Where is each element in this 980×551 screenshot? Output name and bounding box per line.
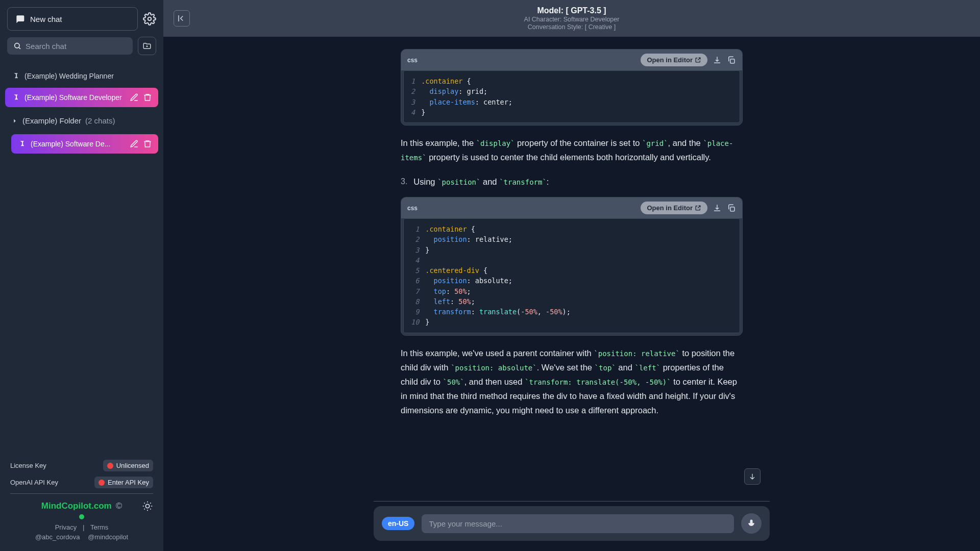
code-content: .container { display: grid; place-items:… bbox=[421, 76, 732, 117]
chat-list: (Example) Wedding Planner (Example) Soft… bbox=[0, 62, 163, 454]
line-numbers: 1234 bbox=[411, 76, 421, 117]
handle-1[interactable]: @abc_cordova bbox=[35, 533, 80, 541]
arrow-down-icon bbox=[748, 472, 756, 481]
language-pill[interactable]: en-US bbox=[382, 517, 414, 530]
code-block-1: css Open in Editor 1234 .container { dis… bbox=[401, 49, 743, 126]
api-badge-text: Enter API Key bbox=[108, 479, 149, 486]
inline-code: `position: relative` bbox=[594, 349, 680, 358]
handles: @abc_cordova @mindcopilot bbox=[10, 533, 153, 541]
new-chat-row: New chat bbox=[7, 7, 156, 31]
code-body[interactable]: 12345678910 .container { position: relat… bbox=[403, 218, 740, 333]
open-editor-button[interactable]: Open in Editor bbox=[641, 54, 707, 66]
inline-code: `50%` bbox=[443, 378, 464, 386]
footer-links: Privacy | Terms bbox=[10, 523, 153, 531]
alert-dot-icon bbox=[99, 480, 105, 486]
content[interactable]: css Open in Editor 1234 .container { dis… bbox=[163, 37, 980, 551]
code-content: .container { position: relative; } .cent… bbox=[425, 224, 732, 328]
inline-code: `grid` bbox=[642, 139, 668, 147]
chat-item-label: (Example) Wedding Planner bbox=[24, 72, 152, 80]
theme-toggle-icon[interactable] bbox=[142, 500, 153, 512]
license-label: License Key bbox=[10, 462, 46, 469]
license-badge[interactable]: Unlicensed bbox=[103, 460, 153, 471]
chat-bubble-icon bbox=[15, 14, 25, 24]
message-input[interactable] bbox=[422, 514, 734, 533]
brand-copy: © bbox=[116, 501, 122, 511]
folder-contents: (Example) Software De... bbox=[5, 134, 158, 154]
alert-dot-icon bbox=[107, 463, 113, 469]
external-link-icon bbox=[695, 57, 701, 63]
mic-button[interactable] bbox=[741, 513, 762, 534]
sidebar-top: New chat bbox=[0, 0, 163, 62]
chevron-right-icon bbox=[11, 117, 18, 124]
download-icon[interactable] bbox=[713, 56, 722, 65]
copy-icon[interactable] bbox=[727, 56, 736, 65]
chat-item-label: (Example) Software De... bbox=[31, 140, 126, 148]
new-folder-button[interactable] bbox=[138, 37, 156, 55]
sep: | bbox=[83, 523, 84, 531]
topbar: Model: [ GPT-3.5 ] AI Character: Softwar… bbox=[163, 0, 980, 37]
sidebar: New chat (Example) Wedding Planner (Exam… bbox=[0, 0, 163, 551]
search-input[interactable] bbox=[26, 42, 127, 51]
pin-icon bbox=[11, 71, 20, 81]
brand-row: MindCopilot.com © bbox=[10, 501, 153, 511]
input-bar: en-US bbox=[374, 506, 770, 541]
inline-code: `position` bbox=[437, 178, 480, 186]
character-label: AI Character: Software Developer bbox=[190, 16, 953, 23]
inline-code: `transform: translate(-50%, -50%)` bbox=[525, 378, 671, 386]
brand-name[interactable]: MindCopilot.com bbox=[41, 501, 112, 511]
inline-code: `left` bbox=[634, 364, 660, 372]
external-link-icon bbox=[695, 205, 701, 211]
open-editor-label: Open in Editor bbox=[647, 56, 693, 64]
svg-point-2 bbox=[145, 504, 149, 508]
code-header: css Open in Editor bbox=[401, 197, 742, 218]
inline-code: `display` bbox=[476, 139, 515, 147]
chat-item-folder-software[interactable]: (Example) Software De... bbox=[11, 134, 158, 154]
search-box[interactable] bbox=[7, 37, 133, 55]
line-numbers: 12345678910 bbox=[411, 224, 425, 328]
collapse-icon bbox=[177, 14, 186, 23]
chat-item-wedding[interactable]: (Example) Wedding Planner bbox=[5, 66, 158, 86]
chat-item-software-active[interactable]: (Example) Software Developer bbox=[5, 88, 158, 107]
inline-code: `position: absolute` bbox=[451, 364, 537, 372]
new-chat-button[interactable]: New chat bbox=[7, 7, 138, 31]
search-row bbox=[7, 37, 156, 55]
svg-point-0 bbox=[148, 17, 152, 21]
code-body[interactable]: 1234 .container { display: grid; place-i… bbox=[403, 70, 740, 123]
edit-icon[interactable] bbox=[130, 93, 139, 102]
folder-item[interactable]: (Example) Folder (2 chats) bbox=[5, 111, 158, 130]
scroll-down-button[interactable] bbox=[744, 468, 761, 485]
code-lang: css bbox=[407, 205, 418, 212]
delete-icon[interactable] bbox=[143, 139, 152, 148]
topbar-info: Model: [ GPT-3.5 ] AI Character: Softwar… bbox=[190, 6, 953, 31]
settings-icon[interactable] bbox=[143, 12, 156, 26]
code-block-2: css Open in Editor 12345678910 .containe… bbox=[401, 197, 743, 336]
search-icon bbox=[13, 41, 21, 51]
inline-code: `transform` bbox=[499, 178, 547, 186]
open-editor-button[interactable]: Open in Editor bbox=[641, 202, 707, 214]
new-chat-label: New chat bbox=[30, 15, 62, 23]
model-label: Model: [ GPT-3.5 ] bbox=[190, 6, 953, 15]
download-icon[interactable] bbox=[713, 204, 722, 213]
open-editor-label: Open in Editor bbox=[647, 204, 693, 212]
license-badge-text: Unlicensed bbox=[116, 462, 149, 469]
privacy-link[interactable]: Privacy bbox=[55, 523, 77, 531]
code-header: css Open in Editor bbox=[401, 49, 742, 70]
code-lang: css bbox=[407, 57, 418, 64]
svg-rect-3 bbox=[730, 59, 734, 63]
terms-link[interactable]: Terms bbox=[90, 523, 108, 531]
main: Model: [ GPT-3.5 ] AI Character: Softwar… bbox=[163, 0, 980, 551]
edit-icon[interactable] bbox=[130, 139, 139, 148]
pin-icon bbox=[11, 93, 20, 102]
delete-icon[interactable] bbox=[143, 93, 152, 102]
status-dot-icon bbox=[79, 514, 84, 519]
folder-count: (2 chats) bbox=[85, 116, 115, 125]
copy-icon[interactable] bbox=[727, 204, 736, 213]
folder-plus-icon bbox=[142, 41, 152, 51]
list-item-3: 3. Using `position` and `transform`: bbox=[401, 174, 743, 189]
collapse-sidebar-button[interactable] bbox=[174, 10, 190, 27]
handle-2[interactable]: @mindcopilot bbox=[88, 533, 128, 541]
svg-point-1 bbox=[15, 43, 19, 48]
message-column: css Open in Editor 1234 .container { dis… bbox=[401, 49, 743, 531]
api-badge[interactable]: Enter API Key bbox=[94, 477, 153, 488]
api-label: OpenAI API Key bbox=[10, 479, 58, 486]
